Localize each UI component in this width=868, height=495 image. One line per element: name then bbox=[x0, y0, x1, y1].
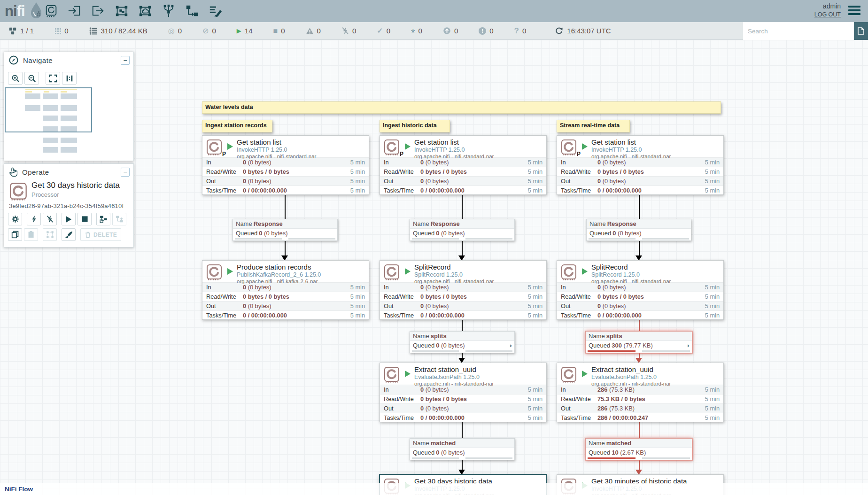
queued-size: (2.67 KB) bbox=[619, 449, 646, 456]
connection-label[interactable]: Namematched Queued10 (2.67 KB)◑ bbox=[585, 438, 692, 460]
processor-node[interactable]: P Extract station_uuid EvaluateJsonPath … bbox=[557, 363, 724, 422]
primary-node-badge: P bbox=[400, 151, 403, 157]
connection-label[interactable]: Namesplits Queued0 (0 bytes)◑ bbox=[410, 331, 515, 353]
stat-row-out: Out 0 (0 bytes) 5 min bbox=[202, 301, 369, 310]
zoom-in-button[interactable] bbox=[8, 72, 23, 85]
processor-node[interactable]: P Extract station_uuid EvaluateJsonPath … bbox=[380, 363, 547, 422]
connection-line bbox=[639, 195, 640, 219]
selected-component-name: Get 30 days historic data bbox=[31, 181, 120, 190]
queue-count-bar bbox=[412, 350, 459, 352]
processor-node[interactable]: P Produce station records PublishKafkaRe… bbox=[202, 260, 369, 320]
collapse-navigate-button[interactable]: − bbox=[121, 56, 130, 65]
disable-button[interactable] bbox=[43, 213, 57, 225]
connection-name: Response bbox=[254, 220, 283, 227]
processor-stamp-icon: P bbox=[383, 263, 400, 280]
enable-button[interactable] bbox=[27, 213, 41, 225]
processor-node[interactable]: P Get station list InvokeHTTP 1.25.0 org… bbox=[557, 135, 724, 195]
copy-button[interactable] bbox=[8, 228, 22, 241]
search-area bbox=[743, 22, 854, 40]
canvas-label[interactable]: Water levels data bbox=[202, 101, 721, 114]
stat-row-readwrite: Read/Write 0 bytes / 0 bytes 5 min bbox=[202, 167, 369, 176]
selected-component-id[interactable]: 3e9fed26-97ab-321a-b24c-354f59a4610f bbox=[9, 202, 124, 209]
stopped-status: ■ 0 bbox=[273, 27, 285, 35]
processor-node[interactable]: P Get station list InvokeHTTP 1.25.0 org… bbox=[202, 135, 369, 195]
label-icon[interactable] bbox=[208, 3, 224, 19]
stat-row-readwrite: Read/Write 0 bytes / 0 bytes 5 min bbox=[557, 167, 723, 176]
connection-label[interactable]: NameResponse Queued0 (0 bytes)◑ bbox=[232, 219, 338, 241]
start-button[interactable] bbox=[62, 213, 76, 225]
processor-name: SplitRecord bbox=[591, 263, 671, 271]
connection-name: matched bbox=[431, 440, 456, 447]
processor-node[interactable]: P SplitRecord SplitRecord 1.25.0 org.apa… bbox=[557, 260, 724, 320]
zoom-fit-button[interactable] bbox=[46, 72, 60, 85]
connection-name: matched bbox=[606, 440, 631, 447]
remote-process-group-icon[interactable] bbox=[137, 3, 153, 19]
processor-bundle: org.apache.nifi - nifi-standard-nar bbox=[237, 154, 316, 159]
connection-line bbox=[639, 320, 640, 331]
stop-button[interactable] bbox=[78, 213, 92, 225]
delete-button[interactable]: DELETE bbox=[80, 228, 121, 241]
processor-type: SplitRecord 1.25.0 bbox=[414, 271, 494, 278]
canvas-label-text: Ingest historic data bbox=[383, 122, 437, 129]
processor-stamp-icon: P bbox=[560, 139, 577, 155]
queued-size: (0 bytes) bbox=[440, 449, 465, 456]
process-group-icon[interactable] bbox=[114, 3, 130, 19]
processor-name: Get station list bbox=[237, 138, 316, 146]
sync-failure-status: ? 0 bbox=[514, 26, 527, 36]
zoom-out-button[interactable] bbox=[24, 72, 39, 85]
nifi-droplet-icon bbox=[29, 2, 43, 19]
load-balance-icon: ◑ bbox=[686, 341, 690, 350]
running-indicator-icon bbox=[582, 371, 588, 377]
create-template-button[interactable] bbox=[96, 213, 110, 225]
funnel-icon[interactable] bbox=[161, 3, 177, 19]
operate-actions-row-2: DELETE bbox=[8, 228, 121, 241]
input-port-icon[interactable] bbox=[67, 3, 83, 19]
new-note-icon[interactable] bbox=[854, 22, 868, 40]
connection-label[interactable]: NameResponse Queued0 (0 bytes)◑ bbox=[586, 219, 691, 241]
processor-stamp-icon: P bbox=[560, 263, 577, 280]
logout-link[interactable]: LOG OUT bbox=[814, 11, 841, 18]
stat-row-out: Out 0 (0 bytes) 5 min bbox=[557, 301, 723, 310]
processor-header: P Get station list InvokeHTTP 1.25.0 org… bbox=[557, 136, 723, 157]
canvas-label[interactable]: Stream real-time data bbox=[557, 120, 630, 132]
canvas-label[interactable]: Ingest station records bbox=[202, 120, 272, 132]
connection-label[interactable]: Namesplits Queued300 (79.77 KB)◑ bbox=[585, 331, 692, 353]
queue-count-bar bbox=[588, 457, 636, 459]
processor-icon[interactable] bbox=[43, 3, 59, 19]
color-button[interactable] bbox=[62, 228, 76, 241]
connection-label[interactable]: NameResponse Queued0 (0 bytes)◑ bbox=[410, 219, 515, 241]
canvas-label[interactable]: Ingest historic data bbox=[380, 120, 450, 132]
processor-header: P Extract station_uuid EvaluateJsonPath … bbox=[557, 363, 723, 385]
paste-button[interactable] bbox=[24, 228, 38, 241]
upload-template-button[interactable] bbox=[112, 213, 126, 225]
processor-type: InvokeHTTP 1.25.0 bbox=[237, 147, 316, 153]
stat-row-out: Out 0 (0 bytes) 5 min bbox=[380, 176, 546, 186]
connection-line bbox=[285, 195, 286, 219]
output-port-icon[interactable] bbox=[90, 3, 106, 19]
disabled-status: 0 bbox=[341, 27, 356, 35]
breadcrumb-root[interactable]: NiFi Flow bbox=[5, 486, 33, 493]
processor-node[interactable]: P Get station list InvokeHTTP 1.25.0 org… bbox=[380, 135, 547, 195]
processor-name: Produce station records bbox=[237, 263, 321, 271]
zoom-actual-size-button[interactable] bbox=[62, 72, 77, 85]
collapse-operate-button[interactable]: − bbox=[121, 168, 130, 177]
queue-size-bar bbox=[642, 457, 690, 459]
running-indicator-icon bbox=[227, 268, 233, 275]
connection-line bbox=[462, 320, 463, 331]
processor-node[interactable]: P SplitRecord SplitRecord 1.25.0 org.apa… bbox=[380, 260, 547, 320]
search-input[interactable] bbox=[743, 22, 854, 40]
not-transmitting-status: ⊘ 0 bbox=[202, 26, 216, 35]
template-icon[interactable] bbox=[184, 3, 200, 19]
global-menu-icon[interactable] bbox=[848, 6, 860, 17]
trash-icon bbox=[85, 231, 91, 238]
minimap-viewport[interactable] bbox=[5, 87, 92, 132]
not-transmitting-icon: ⊘ bbox=[202, 26, 209, 35]
connection-label[interactable]: Namematched Queued0 (0 bytes)◑ bbox=[410, 438, 515, 460]
stat-row-readwrite: Read/Write 0 bytes / 0 bytes 5 min bbox=[202, 292, 369, 301]
minimap[interactable] bbox=[4, 87, 133, 161]
stat-row-out: Out 286 (75.3 KB) 5 min bbox=[557, 403, 723, 413]
queue-size-bar bbox=[642, 350, 690, 352]
configuration-button[interactable] bbox=[8, 213, 22, 225]
processor-bundle: org.apache.nifi - nifi-standard-nar bbox=[414, 154, 494, 159]
group-button[interactable] bbox=[43, 228, 57, 241]
